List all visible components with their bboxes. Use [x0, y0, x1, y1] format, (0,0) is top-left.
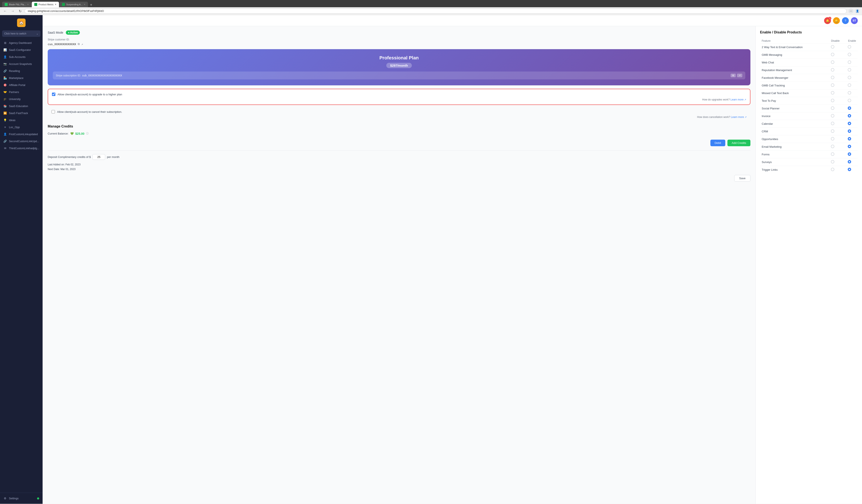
- copy-stripe-id-button[interactable]: ⧉: [78, 42, 80, 46]
- tab-close-active-icon[interactable]: ×: [55, 3, 56, 6]
- enable-radio[interactable]: [848, 76, 851, 79]
- sidebar-item-third-custom[interactable]: ✉ ThirdCustomLinkhadjdg...: [0, 145, 43, 152]
- tab-product-metric[interactable]: Product Metric ×: [32, 2, 59, 7]
- sidebar-item-second-custom[interactable]: 🔗 SecondCustomLinkUpd...: [0, 138, 43, 145]
- upgrade-learn-more-link[interactable]: Learn more ↗: [730, 98, 746, 101]
- disable-radio[interactable]: [831, 129, 834, 133]
- open-stripe-link-button[interactable]: ↗: [81, 42, 83, 46]
- tab-close-2-icon[interactable]: ×: [84, 3, 86, 6]
- disable-radio[interactable]: [831, 61, 834, 64]
- copy-sub-id-button[interactable]: ⧉: [731, 74, 736, 77]
- disable-radio[interactable]: [831, 106, 834, 110]
- settings-label: Settings: [9, 497, 18, 500]
- enable-radio[interactable]: [848, 160, 851, 163]
- tab-close-icon[interactable]: ×: [27, 3, 29, 6]
- feature-name: Social Planner: [760, 105, 824, 112]
- extensions-icon[interactable]: ⋯: [848, 9, 853, 14]
- enable-radio[interactable]: [848, 61, 851, 64]
- disable-radio[interactable]: [831, 76, 834, 79]
- sidebar-item-affiliate-portal[interactable]: 🎯 Affiliate Portal: [0, 81, 43, 89]
- table-row: Facebook Messenger: [760, 74, 858, 82]
- reload-button[interactable]: ↻: [17, 9, 23, 14]
- switcher-button[interactable]: Click here to switch ⌄: [2, 30, 40, 37]
- disable-radio-cell: [824, 89, 841, 97]
- cancel-learn-more-link[interactable]: Learn more ↗: [731, 116, 747, 119]
- sidebar-item-saas-education[interactable]: 📚 SaaS Education: [0, 103, 43, 110]
- feature-name: Email Marketing: [760, 143, 824, 151]
- enable-radio[interactable]: [848, 99, 851, 102]
- disable-radio[interactable]: [831, 152, 834, 156]
- sidebar-item-loc-opp[interactable]: ≡ Loc_Opp: [0, 124, 43, 131]
- back-button[interactable]: ←: [2, 9, 8, 13]
- sidebar-item-agency-dashboard[interactable]: ⊞ Agency Dashboard: [0, 39, 43, 47]
- enable-radio[interactable]: [848, 152, 851, 156]
- sidebar-item-account-snapshots[interactable]: 📷 Account Snapshots: [0, 61, 43, 67]
- settings-nav-item[interactable]: ⚙ Settings: [2, 495, 40, 502]
- enable-radio[interactable]: [848, 83, 851, 87]
- sidebar-item-ideas[interactable]: 💡 Ideas: [0, 117, 43, 124]
- sidebar-item-label: ThirdCustomLinkhadjdg...: [9, 147, 39, 150]
- enable-radio[interactable]: [848, 106, 851, 110]
- sidebar-item-university[interactable]: 🎓 University: [0, 95, 43, 103]
- disable-radio[interactable]: [831, 53, 834, 56]
- open-sub-link-button[interactable]: ↗: [737, 74, 742, 77]
- table-row: Trigger Links: [760, 166, 858, 174]
- plan-card: Professional Plan $297/month Stripe subs…: [48, 49, 750, 85]
- sidebar-item-saas-configurator[interactable]: 📊 SaaS Configurator: [0, 47, 43, 53]
- marketplace-icon: 🏪: [3, 76, 7, 80]
- new-tab-button[interactable]: +: [88, 3, 94, 7]
- deposit-amount-input[interactable]: [92, 154, 105, 160]
- table-row: Reputation Management: [760, 66, 858, 74]
- enable-radio[interactable]: [848, 114, 851, 118]
- enable-radio[interactable]: [848, 68, 851, 71]
- feature-name: CRM: [760, 128, 824, 135]
- info-icon[interactable]: ⓘ: [86, 132, 89, 135]
- feature-name: Trigger Links: [760, 166, 824, 174]
- feature-name: Facebook Messenger: [760, 74, 824, 82]
- disable-radio[interactable]: [831, 99, 834, 102]
- disable-radio[interactable]: [831, 160, 834, 163]
- sidebar-item-reselling[interactable]: 🔗 Reselling: [0, 67, 43, 75]
- enable-radio[interactable]: [848, 122, 851, 125]
- app-layout: 🏠 Click here to switch ⌄ ⊞ Agency Dashbo…: [0, 15, 862, 504]
- cancel-checkbox[interactable]: [52, 110, 55, 114]
- user-avatar[interactable]: ST: [851, 17, 858, 24]
- sidebar-item-partners[interactable]: 🤝 Partners: [0, 89, 43, 95]
- enable-radio[interactable]: [848, 137, 851, 141]
- notification-button[interactable]: 🔔 3: [824, 17, 831, 24]
- tab-suspending[interactable]: Suspending A... ×: [60, 2, 88, 7]
- help-button[interactable]: ?: [842, 17, 849, 24]
- upgrade-checkbox[interactable]: [52, 93, 55, 96]
- add-credits-button[interactable]: Add Credits: [728, 140, 750, 146]
- profile-icon[interactable]: 👤: [855, 9, 860, 14]
- address-bar[interactable]: staging.gohighlevel.com/accounts/detail/…: [25, 9, 847, 14]
- table-row: Web Chat: [760, 59, 858, 66]
- right-panel: Enable / Disable Products Feature Disabl…: [756, 26, 862, 504]
- sidebar-item-first-custom[interactable]: 👤 FirstCustomLinkupdated: [0, 131, 43, 138]
- sidebar-item-saas-fasttrack[interactable]: ⏩ SaaS FastTrack: [0, 110, 43, 117]
- save-button[interactable]: Save: [734, 175, 750, 182]
- sidebar-item-sub-accounts[interactable]: 👤 Sub-Accounts: [0, 53, 43, 61]
- forward-button[interactable]: →: [10, 9, 16, 13]
- enable-radio[interactable]: [848, 45, 851, 49]
- alerts-button[interactable]: 🔔: [833, 17, 840, 24]
- enable-radio[interactable]: [848, 91, 851, 94]
- disable-radio[interactable]: [831, 122, 834, 125]
- enable-radio[interactable]: [848, 145, 851, 148]
- disable-radio[interactable]: [831, 168, 834, 171]
- disable-radio[interactable]: [831, 83, 834, 87]
- enable-radio[interactable]: [848, 168, 851, 171]
- disable-radio[interactable]: [831, 114, 834, 118]
- tab-blade[interactable]: Blade P&L Pla... ×: [2, 2, 31, 7]
- disable-radio[interactable]: [831, 68, 834, 71]
- credit-actions: Debit Add Credits: [48, 140, 750, 146]
- disable-radio[interactable]: [831, 145, 834, 148]
- enable-radio[interactable]: [848, 129, 851, 133]
- debit-button[interactable]: Debit: [710, 140, 725, 146]
- disable-radio[interactable]: [831, 91, 834, 94]
- enable-radio[interactable]: [848, 53, 851, 56]
- disable-radio[interactable]: [831, 45, 834, 49]
- disable-radio[interactable]: [831, 137, 834, 141]
- sidebar-item-marketplace[interactable]: 🏪 Marketplace: [0, 75, 43, 81]
- enable-radio-cell: [841, 143, 858, 151]
